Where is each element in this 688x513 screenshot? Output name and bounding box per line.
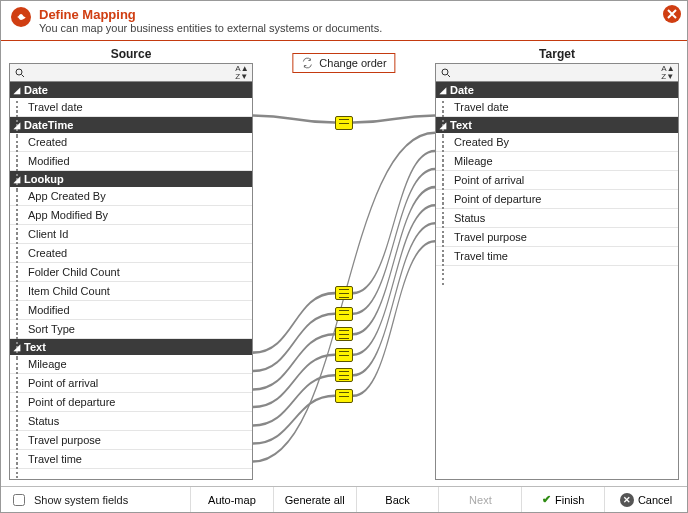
drag-handle-icon[interactable] — [442, 193, 448, 205]
search-icon[interactable] — [12, 65, 28, 81]
tree-field[interactable]: Created By — [436, 133, 678, 152]
drag-handle-icon[interactable] — [16, 285, 22, 297]
tree-field[interactable]: Point of departure — [10, 393, 252, 412]
generate-all-button[interactable]: Generate all — [273, 487, 356, 512]
drag-handle-icon[interactable] — [442, 155, 448, 167]
tree-field[interactable]: Folder Child Count — [10, 263, 252, 282]
swap-icon — [301, 57, 313, 69]
tree-field[interactable]: Travel time — [436, 247, 678, 266]
tree-field[interactable]: Created — [10, 244, 252, 263]
check-icon: ✔ — [542, 493, 551, 506]
sort-icon[interactable]: A▲Z▼ — [234, 65, 250, 81]
drag-handle-icon[interactable] — [16, 434, 22, 446]
tree-field[interactable]: Point of arrival — [436, 171, 678, 190]
target-title: Target — [435, 47, 679, 63]
mapping-node[interactable] — [335, 389, 353, 403]
drag-handle-icon[interactable] — [16, 209, 22, 221]
mapping-node[interactable] — [335, 286, 353, 300]
tree-field[interactable]: Point of departure — [436, 190, 678, 209]
tree-field[interactable]: Item Child Count — [10, 282, 252, 301]
close-button[interactable] — [663, 5, 681, 23]
tree-group[interactable]: ◢DateTime — [10, 117, 252, 133]
drag-handle-icon[interactable] — [16, 266, 22, 278]
drag-handle-icon[interactable] — [16, 415, 22, 427]
group-label: Date — [24, 84, 48, 96]
tree-group[interactable]: ◢Date — [436, 82, 678, 98]
tree-group[interactable]: ◢Date — [10, 82, 252, 98]
target-tree[interactable]: ◢DateTravel date◢TextCreated ByMileagePo… — [435, 81, 679, 480]
mapping-edge[interactable] — [253, 241, 435, 443]
finish-button[interactable]: ✔ Finish — [521, 487, 604, 512]
drag-handle-icon[interactable] — [16, 304, 22, 316]
field-label: Folder Child Count — [28, 266, 252, 278]
svg-point-0 — [16, 69, 22, 75]
tree-field[interactable]: Status — [10, 412, 252, 431]
search-icon[interactable] — [438, 65, 454, 81]
drag-handle-icon[interactable] — [16, 155, 22, 167]
field-label: Mileage — [28, 358, 252, 370]
field-label: App Modified By — [28, 209, 252, 221]
drag-handle-icon[interactable] — [442, 136, 448, 148]
mapping-node[interactable] — [335, 368, 353, 382]
tree-field[interactable]: Point of arrival — [10, 374, 252, 393]
mapping-icon — [11, 7, 31, 27]
group-label: Date — [450, 84, 474, 96]
drag-handle-icon[interactable] — [16, 136, 22, 148]
drag-handle-icon[interactable] — [442, 101, 448, 113]
tree-field[interactable]: App Modified By — [10, 206, 252, 225]
drag-handle-icon[interactable] — [16, 101, 22, 113]
next-button[interactable]: Next — [438, 487, 521, 512]
drag-handle-icon[interactable] — [16, 228, 22, 240]
cancel-button[interactable]: ✕ Cancel — [604, 487, 687, 512]
tree-field[interactable]: Created — [10, 133, 252, 152]
drag-handle-icon[interactable] — [442, 250, 448, 262]
drag-handle-icon[interactable] — [16, 323, 22, 335]
drag-handle-icon[interactable] — [442, 212, 448, 224]
tree-field[interactable]: Travel date — [10, 98, 252, 117]
field-label: Point of departure — [454, 193, 678, 205]
mapping-node[interactable] — [335, 116, 353, 130]
mapping-node[interactable] — [335, 348, 353, 362]
back-button[interactable]: Back — [356, 487, 439, 512]
tree-field[interactable]: Travel date — [436, 98, 678, 117]
tree-field[interactable]: Travel purpose — [10, 431, 252, 450]
tree-group[interactable]: ◢Text — [436, 117, 678, 133]
drag-handle-icon[interactable] — [442, 231, 448, 243]
drag-handle-icon[interactable] — [16, 190, 22, 202]
tree-field[interactable]: Sort Type — [10, 320, 252, 339]
drag-handle-icon[interactable] — [442, 174, 448, 186]
mapping-node[interactable] — [335, 307, 353, 321]
cancel-icon: ✕ — [620, 493, 634, 507]
mapping-body: Change order Source A▲Z▼ ◢DateTravel dat… — [1, 41, 687, 486]
tree-field[interactable]: Status — [436, 209, 678, 228]
sort-icon[interactable]: A▲Z▼ — [660, 65, 676, 81]
show-system-fields-input[interactable] — [13, 494, 25, 506]
tree-field[interactable]: Travel time — [10, 450, 252, 469]
field-label: Status — [28, 415, 252, 427]
tree-field[interactable]: Travel purpose — [436, 228, 678, 247]
tree-field[interactable]: Modified — [10, 152, 252, 171]
field-label: Created — [28, 136, 252, 148]
source-tree[interactable]: ◢DateTravel date◢DateTimeCreatedModified… — [9, 81, 253, 480]
tree-field[interactable]: Client Id — [10, 225, 252, 244]
mapping-node[interactable] — [335, 327, 353, 341]
tree-field[interactable]: App Created By — [10, 187, 252, 206]
tree-field[interactable]: Mileage — [436, 152, 678, 171]
tree-group[interactable]: ◢Text — [10, 339, 252, 355]
tree-group[interactable]: ◢Lookup — [10, 171, 252, 187]
drag-handle-icon[interactable] — [16, 358, 22, 370]
drag-handle-icon[interactable] — [16, 247, 22, 259]
dialog-subtitle: You can map your business entities to ex… — [39, 22, 382, 34]
field-label: Travel date — [28, 101, 252, 113]
show-system-fields-checkbox[interactable]: Show system fields — [1, 487, 191, 512]
drag-handle-icon[interactable] — [16, 377, 22, 389]
auto-map-button[interactable]: Auto-map — [191, 487, 273, 512]
field-label: Point of arrival — [28, 377, 252, 389]
field-label: Modified — [28, 155, 252, 167]
change-order-button[interactable]: Change order — [292, 53, 395, 73]
tree-field[interactable]: Mileage — [10, 355, 252, 374]
drag-handle-icon[interactable] — [16, 453, 22, 465]
tree-field[interactable]: Modified — [10, 301, 252, 320]
drag-handle-icon[interactable] — [16, 396, 22, 408]
mapping-edge[interactable] — [253, 151, 435, 353]
